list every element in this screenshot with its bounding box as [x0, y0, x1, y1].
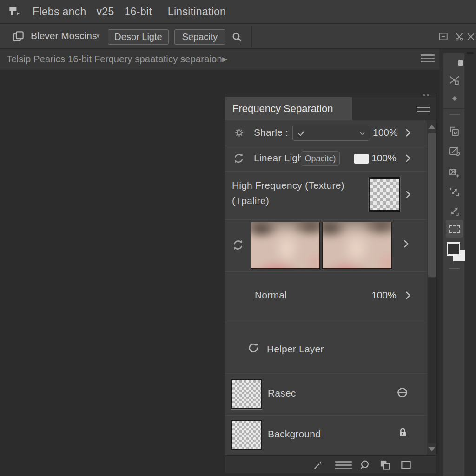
panel-grip-strip[interactable]: [225, 93, 436, 97]
scrollbar-thumb[interactable]: [428, 133, 436, 277]
scissors-icon[interactable]: [454, 32, 465, 44]
refresh-icon[interactable]: [247, 342, 260, 356]
layer-thumbnail[interactable]: [231, 379, 262, 409]
sharpen-label: Sharle :: [254, 127, 288, 138]
chevron-right-icon[interactable]: [401, 238, 411, 251]
foreground-color-swatch[interactable]: [447, 242, 460, 256]
check-icon: [297, 128, 306, 140]
panel-menu-icon[interactable]: [417, 107, 430, 114]
white-swatch[interactable]: [354, 154, 369, 164]
marquee-tool-button[interactable]: [446, 220, 463, 238]
menu-item[interactable]: 16-bit: [125, 6, 152, 18]
divider: [251, 26, 252, 47]
blend-value: 100%: [371, 152, 397, 164]
search-icon[interactable]: [231, 31, 243, 45]
tool-preset-label[interactable]: Blever Moscins: [31, 30, 97, 41]
delete-selection-icon[interactable]: [448, 166, 461, 181]
menu-item[interactable]: v25: [97, 6, 114, 18]
exclude-icon[interactable]: [396, 386, 409, 401]
normal-row[interactable]: Normal 100%: [225, 272, 436, 323]
color-swatches[interactable]: [447, 242, 465, 262]
layer-name[interactable]: Background: [268, 429, 321, 440]
menu-item[interactable]: Linsitination: [168, 6, 226, 18]
panel-title-tab[interactable]: Frequency Separation: [225, 97, 352, 120]
sharpen-row: Sharle : 100%: [225, 120, 436, 146]
divider: [443, 108, 464, 109]
tab-arrow-icon[interactable]: ▶: [222, 55, 227, 63]
document-tab-bar: Telsip Pearics 16-bit Ferquery spaatatic…: [0, 49, 476, 71]
sync-icon[interactable]: [232, 152, 245, 166]
face-preview-thumbnail[interactable]: [322, 222, 392, 269]
high-frequency-label-line1: High Frequency (Texture): [232, 180, 344, 191]
helper-layer-row[interactable]: Helper Layer: [225, 323, 436, 374]
panel-header: Frequency Separation: [225, 97, 436, 120]
menu-lines-icon[interactable]: [335, 461, 352, 471]
divider: [449, 114, 460, 115]
minimize-window-icon[interactable]: [437, 32, 449, 44]
transform-tool-icon[interactable]: [448, 71, 461, 90]
layer-thumbnail[interactable]: [231, 420, 262, 450]
crop-layer-icon[interactable]: [448, 124, 461, 139]
panel-body: Sharle : 100% Linear Light: Opacitc): [225, 120, 436, 455]
scroll-up-icon[interactable]: [429, 125, 435, 129]
tool-bar: [443, 53, 465, 476]
chevron-right-icon[interactable]: [403, 153, 413, 165]
menu-bar: Flebs anch v25 16-bit Linsitination: [0, 0, 476, 24]
divider: [449, 268, 460, 269]
history-icon[interactable]: [359, 459, 370, 473]
edit-layer-icon[interactable]: [448, 144, 461, 159]
copy-icon[interactable]: [12, 30, 25, 45]
wand-icon[interactable]: [312, 459, 324, 473]
smart-transform-icon[interactable]: [448, 184, 461, 199]
sharpen-value: 100%: [373, 127, 398, 138]
layers-icon[interactable]: [379, 459, 391, 473]
blend-normal-label: Normal: [255, 290, 287, 301]
opacity-button[interactable]: Opacitc): [301, 151, 340, 166]
close-icon[interactable]: [466, 32, 476, 43]
new-layer-icon[interactable]: [400, 459, 412, 473]
desor-ligte-button[interactable]: Desor Ligte: [108, 29, 169, 45]
panel-collapse-icon[interactable]: [458, 60, 463, 66]
menu-item[interactable]: Flebs anch: [33, 6, 86, 18]
options-bar: Blever Moscins ▾ Desor Ligte Sepacity: [0, 24, 476, 49]
window-grip: [467, 52, 474, 54]
grip-dots-icon: [423, 94, 429, 96]
app-logo-icon: [7, 6, 20, 18]
lock-icon[interactable]: [397, 426, 409, 441]
sync-icon[interactable]: [231, 238, 245, 253]
diamond-icon[interactable]: [448, 95, 461, 102]
document-tab-title[interactable]: Telsip Pearics 16-bit Ferquery spaatatic…: [7, 54, 222, 65]
scroll-down-icon[interactable]: [429, 447, 435, 451]
transparency-thumbnail[interactable]: [369, 177, 400, 212]
low-frequency-row[interactable]: [225, 220, 436, 272]
face-preview-thumbnail[interactable]: [251, 222, 320, 269]
high-frequency-label-line2: (Tpalire): [232, 195, 269, 206]
frequency-separation-panel: Frequency Separation Sharle : 100%: [225, 93, 437, 473]
normal-value: 100%: [371, 290, 397, 301]
chevron-right-icon[interactable]: [403, 290, 413, 303]
gear-icon[interactable]: [233, 127, 245, 140]
sharpen-dropdown[interactable]: [292, 126, 370, 141]
chevron-down-icon: [358, 129, 367, 139]
chevron-right-icon[interactable]: [403, 127, 413, 140]
scrollbar-track[interactable]: [428, 278, 436, 443]
layer-name[interactable]: Rasec: [268, 388, 296, 399]
layer-row-rasec[interactable]: Rasec: [225, 374, 436, 416]
panel-scrollbar[interactable]: [427, 120, 436, 455]
marquee-icon: [449, 225, 460, 233]
scale-tool-icon[interactable]: [448, 203, 461, 219]
panel-footer: [225, 455, 436, 473]
high-frequency-row[interactable]: High Frequency (Texture) (Tpalire): [225, 172, 436, 220]
blend-row: Linear Light: Opacitc) 100%: [225, 146, 436, 172]
tab-menu-icon[interactable]: [421, 54, 435, 64]
chevron-right-icon[interactable]: [403, 189, 413, 202]
sepacity-button[interactable]: Sepacity: [174, 29, 225, 45]
helper-layer-label: Helper Layer: [267, 344, 324, 355]
chevron-down-icon[interactable]: ▾: [96, 32, 100, 40]
layer-row-background[interactable]: Background: [225, 416, 436, 455]
